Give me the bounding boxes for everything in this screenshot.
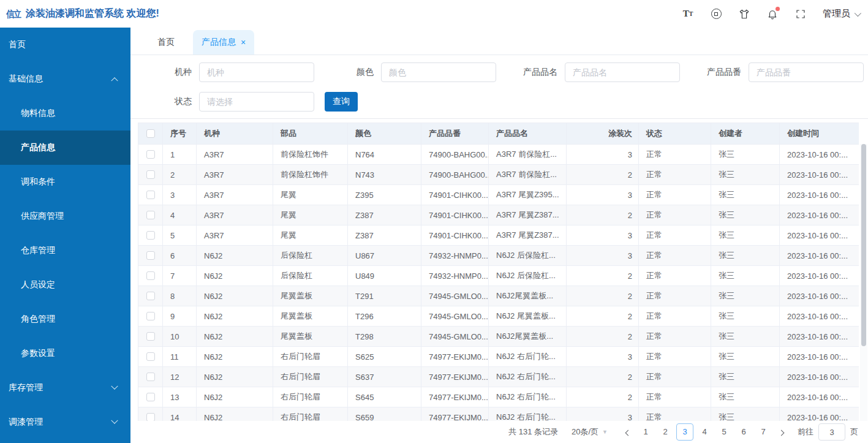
- caret-down-icon: ▼: [602, 429, 608, 435]
- sidebar-item-调和条件[interactable]: 调和条件: [0, 165, 130, 199]
- checkbox-cell: [138, 327, 163, 346]
- sidebar-item-label: 参数设置: [21, 348, 55, 359]
- row-checkbox[interactable]: [146, 292, 155, 300]
- table-cell: N6J2: [197, 306, 273, 326]
- row-checkbox[interactable]: [146, 393, 155, 401]
- table-cell: N6J2: [197, 367, 273, 387]
- sidebar-item-人员设定[interactable]: 人员设定: [0, 268, 130, 302]
- sidebar-item-供应商管理[interactable]: 供应商管理: [0, 199, 130, 233]
- table-cell: T298: [348, 327, 421, 346]
- sidebar-item-仓库管理[interactable]: 仓库管理: [0, 233, 130, 268]
- page-number-6[interactable]: 6: [735, 423, 752, 441]
- table-cell: A3R7: [197, 205, 273, 225]
- color-input[interactable]: [381, 62, 496, 82]
- table-cell: 2023-10-16 00:...: [780, 185, 859, 205]
- table-cell: 2023-10-16 00:...: [780, 205, 859, 225]
- scrollbar-thumb[interactable]: [861, 144, 866, 346]
- goto-page-input[interactable]: [818, 423, 845, 441]
- chevron-down-icon: [855, 9, 861, 16]
- font-size-icon[interactable]: TT: [682, 8, 694, 20]
- sidebar-item-label: 角色管理: [21, 314, 55, 325]
- fullscreen-icon[interactable]: [794, 8, 807, 20]
- machine-label: 机种: [155, 67, 192, 78]
- row-checkbox[interactable]: [146, 373, 155, 381]
- sidebar-item-物料信息[interactable]: 物料信息: [0, 96, 130, 131]
- sidebar-item-首页[interactable]: 首页: [0, 28, 130, 62]
- table-cell: S637: [348, 367, 421, 387]
- table-cell: 2023-10-16 00:...: [780, 407, 859, 421]
- product-name-input[interactable]: [565, 62, 680, 82]
- coin-icon[interactable]: [710, 8, 722, 20]
- prev-page-button[interactable]: [620, 428, 636, 437]
- row-checkbox[interactable]: [146, 332, 155, 341]
- table-cell: 正常: [639, 306, 711, 326]
- row-checkbox[interactable]: [146, 150, 155, 159]
- filter-group-product-number: 产品品番: [689, 62, 864, 82]
- page-number-5[interactable]: 5: [715, 423, 733, 441]
- chevron-up-icon: [111, 77, 118, 84]
- sidebar-item-基础信息[interactable]: 基础信息: [0, 62, 130, 96]
- table-row: 6N6J2后保险杠U86774932-HNMP0...N6J2 后保险杠...3…: [138, 246, 859, 266]
- row-checkbox[interactable]: [146, 312, 155, 320]
- row-checkbox[interactable]: [146, 231, 155, 240]
- row-checkbox[interactable]: [146, 170, 155, 179]
- table-cell: 正常: [639, 387, 711, 407]
- page-number-3[interactable]: 3: [676, 423, 693, 441]
- checkbox-cell: [138, 306, 163, 326]
- app-logo-icon: 信立: [6, 9, 21, 18]
- sidebar-item-参数设置[interactable]: 参数设置: [0, 336, 130, 371]
- next-page-button[interactable]: [773, 428, 789, 437]
- table-row: 8N6J2尾翼盖板T29174945-GMLO0...N6J2尾翼盖板...2正…: [138, 286, 859, 306]
- table-cell: 9: [163, 306, 197, 326]
- tab-产品信息[interactable]: 产品信息×: [193, 30, 254, 55]
- table-cell: 6: [163, 246, 197, 265]
- sidebar-item-调漆管理[interactable]: 调漆管理: [0, 405, 130, 439]
- row-checkbox[interactable]: [146, 251, 155, 260]
- table-row: 7N6J2后保险杠U84974932-HNMP0...N6J2 后保险杠...2…: [138, 266, 859, 286]
- table-cell: N6J2 后保险杠...: [489, 266, 567, 286]
- search-button[interactable]: 查询: [325, 92, 358, 112]
- table-cell: N6J2 右后门轮...: [489, 387, 567, 407]
- product-number-input[interactable]: [749, 62, 864, 82]
- row-checkbox[interactable]: [146, 211, 155, 219]
- sidebar-item-label: 调漆管理: [9, 417, 43, 428]
- theme-shirt-icon[interactable]: [738, 8, 750, 20]
- page-size-select[interactable]: 20条/页 ▼: [572, 426, 608, 437]
- table-cell: 尾翼盖板: [273, 306, 348, 326]
- status-select[interactable]: [199, 92, 314, 112]
- row-checkbox[interactable]: [146, 413, 155, 421]
- table-cell: 尾翼盖板: [273, 286, 348, 306]
- select-all-checkbox[interactable]: [146, 129, 155, 138]
- row-checkbox[interactable]: [146, 271, 155, 280]
- user-menu[interactable]: 管理员: [823, 8, 859, 20]
- tab-首页[interactable]: 首页: [149, 30, 183, 55]
- table-row: 5A3R7尾翼Z38774901-CIHK00...A3R7 尾翼Z387...…: [138, 225, 859, 246]
- row-checkbox[interactable]: [146, 191, 155, 199]
- notification-badge: [776, 7, 780, 11]
- page-number-2[interactable]: 2: [657, 423, 674, 441]
- table-row: 14N6J2右后门轮眉S65974977-EKIJM0...N6J2 右后门轮.…: [138, 407, 859, 421]
- app-title: 涂装油漆调和监管系统 欢迎您!: [26, 7, 159, 20]
- table-row: 1A3R7前保险杠饰件N76474900-BAHG00...A3R7 前保险杠.…: [138, 145, 859, 165]
- table-cell: 14: [163, 407, 197, 421]
- filter-panel: 机种 颜色 产品品名 产品品番 状态 查询: [130, 55, 868, 118]
- page-number-7[interactable]: 7: [755, 423, 772, 441]
- sidebar-item-角色管理[interactable]: 角色管理: [0, 302, 130, 336]
- table-cell: 3: [567, 225, 639, 245]
- tab-close-icon[interactable]: ×: [241, 38, 246, 47]
- table-row: 11N6J2右后门轮眉S62574977-EKIJM0...N6J2 右后门轮.…: [138, 347, 859, 367]
- row-checkbox[interactable]: [146, 352, 155, 361]
- machine-input[interactable]: [199, 62, 314, 82]
- sidebar-item-产品信息[interactable]: 产品信息: [0, 131, 130, 165]
- notification-bell-icon[interactable]: [766, 8, 779, 20]
- table-row: 4A3R7尾翼Z38774901-CIHK00...A3R7 尾翼Z387...…: [138, 205, 859, 225]
- sidebar-item-label: 物料信息: [21, 108, 55, 119]
- sidebar-item-库存管理[interactable]: 库存管理: [0, 371, 130, 405]
- table-cell: 2023-10-16 00:...: [780, 306, 859, 326]
- table-cell: N6J2: [197, 246, 273, 265]
- checkbox-cell: [138, 205, 163, 225]
- page-number-4[interactable]: 4: [696, 423, 713, 441]
- page-number-1[interactable]: 1: [637, 423, 654, 441]
- vertical-scrollbar[interactable]: [860, 144, 867, 421]
- table-cell: S645: [348, 387, 421, 407]
